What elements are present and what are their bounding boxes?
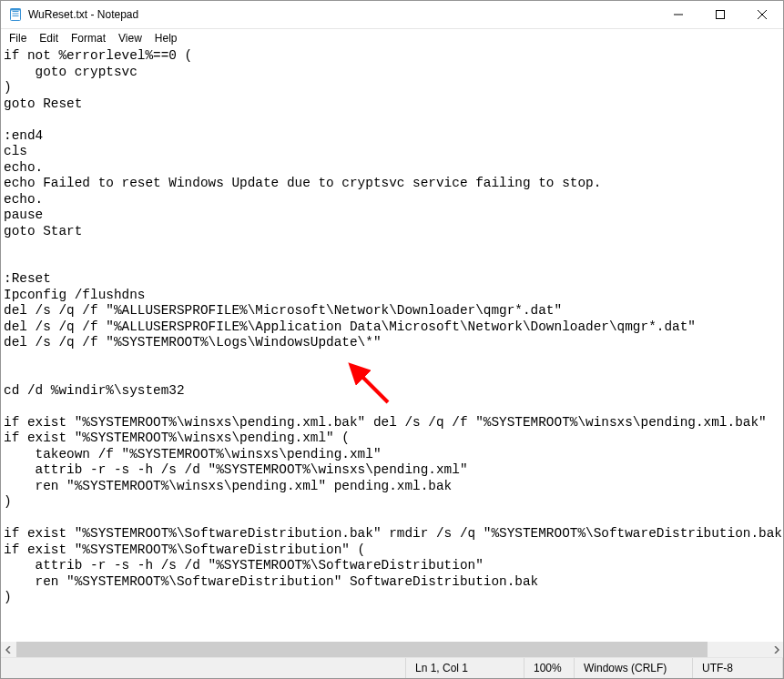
titlebar: WuReset.txt - Notepad — [1, 1, 783, 29]
window-title: WuReset.txt - Notepad — [28, 8, 657, 21]
menu-edit[interactable]: Edit — [33, 31, 65, 46]
notepad-window: WuReset.txt - Notepad File Edit Format V… — [0, 0, 784, 679]
scroll-track[interactable] — [16, 642, 768, 657]
maximize-button[interactable] — [699, 1, 741, 28]
status-line-ending: Windows (CRLF) — [574, 658, 692, 678]
status-zoom: 100% — [524, 658, 574, 678]
status-position: Ln 1, Col 1 — [405, 658, 524, 678]
menu-file[interactable]: File — [3, 31, 33, 46]
horizontal-scrollbar[interactable] — [1, 642, 783, 657]
status-encoding: UTF-8 — [692, 658, 783, 678]
text-editor[interactable] — [1, 47, 783, 642]
menu-help[interactable]: Help — [148, 31, 184, 46]
menubar: File Edit Format View Help — [1, 29, 783, 47]
menu-view[interactable]: View — [112, 31, 148, 46]
editor-area — [1, 47, 783, 642]
notepad-icon — [8, 7, 23, 22]
scroll-left-button[interactable] — [1, 642, 16, 657]
menu-format[interactable]: Format — [65, 31, 112, 46]
statusbar: Ln 1, Col 1 100% Windows (CRLF) UTF-8 — [1, 657, 783, 678]
status-spacer — [1, 658, 405, 678]
scroll-thumb[interactable] — [16, 642, 708, 657]
svg-rect-4 — [11, 9, 21, 11]
close-button[interactable] — [741, 1, 783, 28]
minimize-button[interactable] — [657, 1, 699, 28]
svg-rect-6 — [717, 11, 725, 19]
scroll-right-button[interactable] — [768, 642, 783, 657]
